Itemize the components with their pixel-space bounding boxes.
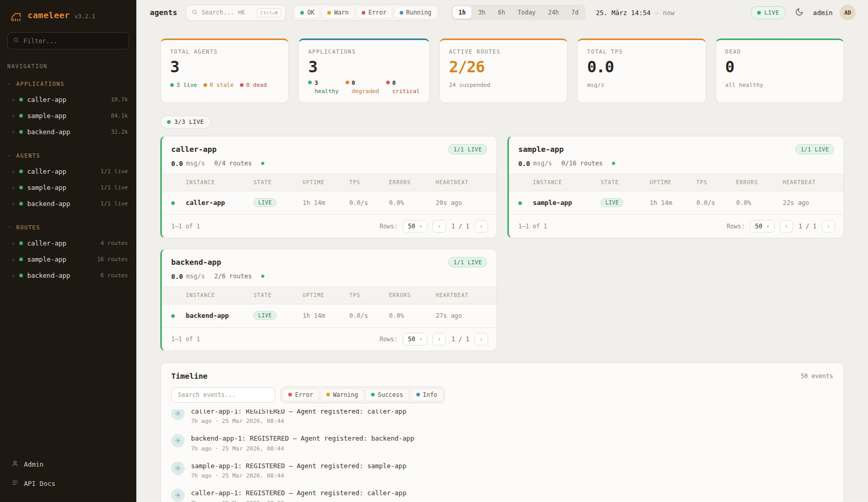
- section-title: ROUTES: [16, 224, 40, 230]
- status-dot: [518, 201, 522, 205]
- sidebar-item-applications-backend-app[interactable]: › backend-app 32.2k: [0, 124, 136, 140]
- sidebar-section-applications: · APPLICATIONS › caller-app 10.7k › samp…: [0, 75, 136, 140]
- table-row[interactable]: sample-app LIVE 1h 14m 0.0/s 0.0% 22s ag…: [509, 191, 844, 214]
- stat-breakdown: 3healthy 0degraded 0critical: [308, 79, 419, 96]
- live-status-toggle[interactable]: LIVE: [750, 6, 786, 19]
- events-search-input[interactable]: [178, 391, 269, 398]
- search-icon: [192, 9, 198, 17]
- sidebar-item-routes-sample-app[interactable]: › sample-app 16 routes: [0, 251, 136, 267]
- sidebar-item-admin[interactable]: Admin: [6, 455, 130, 473]
- routes-count: 2/6 routes: [214, 273, 252, 280]
- sidebar-filter[interactable]: [7, 32, 129, 49]
- chevron-down-icon: ▾: [767, 224, 769, 229]
- date-range-display[interactable]: 25. März 14:54 — now: [596, 9, 674, 17]
- success-dot: [371, 393, 375, 396]
- rows-per-page-select[interactable]: 50 ▾: [403, 333, 427, 345]
- sidebar-item-api-docs[interactable]: API Docs: [6, 474, 130, 493]
- event-item[interactable]: caller-app-1: REGISTERED — Agent registe…: [171, 484, 833, 502]
- global-search-input[interactable]: [201, 9, 253, 16]
- main-area: agents Ctrl+K OK Warn Error Ru: [136, 0, 868, 502]
- bullet-icon: ·: [7, 151, 12, 159]
- rows-per-page-select[interactable]: 50 ▾: [403, 220, 427, 233]
- filter-chip-ok[interactable]: OK: [295, 6, 320, 19]
- camel-logo-icon: [9, 10, 23, 23]
- events-search[interactable]: [171, 387, 275, 403]
- table-header: INSTANCE STATE UPTIME TPS ERRORS HEARTBE…: [162, 287, 496, 304]
- status-dot: [19, 130, 23, 134]
- chevron-right-icon: ›: [11, 128, 15, 136]
- sidebar-item-agents-caller-app[interactable]: › caller-app 1/1 live: [0, 163, 136, 179]
- range-button-1h[interactable]: 1h: [453, 6, 471, 19]
- filter-chip-warn[interactable]: Warn: [322, 6, 354, 19]
- event-filter-error[interactable]: Error: [283, 389, 319, 401]
- sidebar-item-routes-caller-app[interactable]: › caller-app 4 routes: [0, 235, 136, 251]
- range-button-6h[interactable]: 6h: [492, 6, 511, 19]
- column-header: STATE: [253, 292, 302, 298]
- filter-chip-running[interactable]: Running: [394, 6, 437, 19]
- prev-page-button[interactable]: ‹: [432, 220, 446, 233]
- range-button-3h[interactable]: 3h: [473, 6, 491, 19]
- range-button-7d[interactable]: 7d: [566, 6, 584, 19]
- event-filter-success[interactable]: Success: [365, 389, 409, 401]
- range-button-today[interactable]: Today: [512, 6, 542, 19]
- cell-uptime: 1h 14m: [302, 312, 349, 319]
- app-card-header: caller-app 1/1 LIVE: [162, 136, 496, 159]
- avatar[interactable]: AD: [840, 5, 856, 20]
- chevron-right-icon: ›: [11, 168, 15, 175]
- next-page-button[interactable]: ›: [475, 220, 488, 233]
- sidebar-item-routes-backend-app[interactable]: › backend-app 6 routes: [0, 267, 136, 284]
- time-range-group: 1h 3h 6h Today 24h 7d: [451, 5, 586, 20]
- stat-card-dead: DEAD 0 all healthy: [716, 38, 844, 103]
- state-badge: LIVE: [253, 198, 276, 207]
- app-card-title[interactable]: sample-app: [518, 145, 564, 153]
- global-search[interactable]: Ctrl+K: [186, 5, 286, 21]
- next-page-button[interactable]: ›: [475, 333, 488, 345]
- sidebar-item-agents-backend-app[interactable]: › backend-app 1/1 live: [0, 196, 136, 212]
- event-item[interactable]: sample-app-1: REGISTERED — Agent registe…: [171, 457, 833, 484]
- sidebar-item-agents-sample-app[interactable]: › sample-app 1/1 live: [0, 179, 136, 196]
- table-row[interactable]: caller-app LIVE 1h 14m 0.0/s 0.0% 20s ag…: [162, 191, 496, 214]
- events-list-viewport[interactable]: caller-app-1: REGISTERED — Agent registe…: [161, 409, 844, 502]
- event-filter-info[interactable]: Info: [411, 389, 443, 401]
- app-card-title[interactable]: backend-app: [171, 258, 221, 266]
- column-header: UPTIME: [302, 179, 349, 185]
- sidebar-item-badge: 1/1 live: [100, 184, 128, 191]
- page-indicator: 1 / 1: [451, 336, 469, 343]
- next-page-button[interactable]: ›: [822, 220, 835, 233]
- routes-count: 0/4 routes: [214, 160, 252, 167]
- live-dot: [757, 11, 761, 15]
- stat-card-total-agents: TOTAL AGENTS 3 3 live 0 stale 0 dead: [160, 38, 289, 103]
- sidebar-item-applications-caller-app[interactable]: › caller-app 10.7k: [0, 92, 136, 108]
- apps-grid: caller-app 1/1 LIVE 0.0 msg/s 0/4 routes…: [160, 136, 844, 351]
- date-separator: —: [655, 9, 659, 17]
- live-badge: 1/1 LIVE: [448, 144, 487, 155]
- sidebar-section-header-applications[interactable]: · APPLICATIONS: [0, 75, 136, 92]
- column-header: HEARTBEAT: [783, 179, 834, 185]
- app-card-title[interactable]: caller-app: [171, 145, 216, 153]
- sidebar-item-label: sample-app: [27, 255, 66, 263]
- sidebar-section-header-routes[interactable]: · ROUTES: [0, 219, 136, 235]
- app-logo[interactable]: cameleer v3.2.1: [0, 7, 136, 32]
- event-filter-warning[interactable]: Warning: [321, 389, 364, 401]
- status-dot: [171, 314, 175, 318]
- sidebar-item-badge: 16 routes: [97, 256, 128, 263]
- column-header: STATE: [253, 179, 302, 185]
- cell-instance: caller-app: [186, 199, 253, 207]
- event-message: caller-app-1: REGISTERED — Agent registe…: [191, 488, 406, 498]
- prev-page-button[interactable]: ‹: [432, 333, 446, 345]
- stat-sub-label: 3 live: [176, 82, 197, 88]
- sidebar-item-applications-sample-app[interactable]: › sample-app 84.1k: [0, 108, 136, 124]
- sidebar-filter-input[interactable]: [23, 37, 123, 45]
- rows-per-page-select[interactable]: 50 ▾: [750, 220, 774, 233]
- sidebar-section-routes: · ROUTES › caller-app 4 routes › sample-…: [0, 219, 136, 284]
- state-badge: LIVE: [601, 198, 623, 207]
- event-item[interactable]: caller-app-1: REGISTERED — Agent registe…: [171, 409, 833, 430]
- stat-sub-label: 0 dead: [246, 82, 267, 88]
- table-row[interactable]: backend-app LIVE 1h 14m 0.0/s 0.0% 27s a…: [162, 304, 496, 327]
- sidebar-section-header-agents[interactable]: · AGENTS: [0, 147, 136, 163]
- prev-page-button[interactable]: ‹: [780, 220, 793, 233]
- event-item[interactable]: backend-app-1: REGISTERED — Agent regist…: [171, 429, 833, 457]
- filter-chip-error[interactable]: Error: [356, 6, 392, 19]
- theme-toggle-button[interactable]: [793, 6, 806, 20]
- range-button-24h[interactable]: 24h: [542, 6, 565, 19]
